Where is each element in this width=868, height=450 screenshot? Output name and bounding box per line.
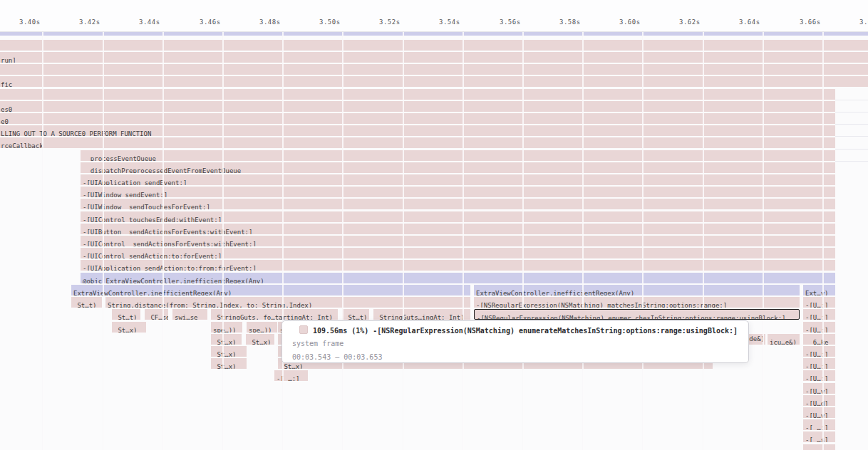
frame-label: -[U…d] bbox=[803, 399, 829, 406]
frame-bar[interactable]: es0 bbox=[0, 101, 835, 112]
time-label: 3.42s bbox=[79, 19, 100, 26]
frame-label: LLING_OUT_TO_A_SOURCE0_PERFORM_FUNCTION_… bbox=[0, 129, 159, 136]
frame-bar[interactable]: __processEventQueue bbox=[81, 150, 835, 161]
row-separator bbox=[835, 124, 868, 125]
frame-bar[interactable] bbox=[0, 89, 835, 100]
timeline-ruler[interactable]: 3.40s3.42s3.44s3.46s3.48s3.50s3.52s3.54s… bbox=[0, 0, 868, 32]
frame-label: -[UIButton _sendActionsForEvents:withEve… bbox=[81, 227, 252, 234]
time-label: 3.46s bbox=[200, 19, 221, 26]
frame-label: -[_…:] bbox=[803, 423, 829, 430]
frame-bar[interactable]: run] bbox=[0, 52, 868, 63]
frame-label: String.distance(from: String.Index, to: … bbox=[105, 300, 312, 308]
frame-bar-selected[interactable]: -[NSRegularExpression(NSMatching) enumer… bbox=[474, 309, 800, 320]
gridline bbox=[42, 32, 43, 450]
frame-label: -[UIControl touchesEnded:withEvent:] bbox=[81, 215, 222, 222]
frame-bar[interactable]: -[UIControl sendAction:to:forEvent:] bbox=[81, 248, 835, 258]
frame-bar[interactable]: swi…se bbox=[172, 309, 207, 320]
frame-bar[interactable]: -[U…:] bbox=[803, 322, 835, 333]
frame-bar[interactable]: -[U…:] bbox=[803, 346, 835, 357]
row-separator bbox=[835, 136, 868, 137]
frame-label: Ext…y) bbox=[803, 288, 829, 295]
frame-bar[interactable]: ExtraViewController.inefficientRegex(Any… bbox=[71, 285, 470, 295]
frame-bar[interactable]: -[U…d] bbox=[803, 395, 835, 406]
frame-bar[interactable]: icu…e&) bbox=[768, 334, 800, 345]
frame-bar[interactable]: -[UIWindow _sendTouchesForEvent:] bbox=[81, 199, 835, 209]
frame-bar[interactable]: _St…x) bbox=[211, 358, 247, 369]
category-color-swatch bbox=[299, 325, 308, 334]
frame-label: -[U…v] bbox=[803, 411, 829, 418]
frame-bar[interactable]: _CF…se bbox=[145, 309, 168, 320]
frame-bar[interactable]: _St…x) bbox=[211, 346, 247, 357]
frame-bar[interactable]: spe…)) bbox=[211, 322, 242, 333]
frame-bar[interactable]: _StringGuts._fo…tartingAt: Int) bbox=[211, 309, 338, 320]
frame-bar[interactable] bbox=[0, 32, 868, 36]
frame-bar[interactable]: String.distance(from: String.Index, to: … bbox=[105, 297, 470, 308]
frame-bar[interactable]: -[UIApplication sendAction:to:from:forEv… bbox=[81, 260, 835, 271]
gridline bbox=[822, 32, 824, 450]
frame-bar[interactable]: -[_…s] bbox=[803, 431, 835, 442]
tooltip-time-range: 00:03.543 — 00:03.653 bbox=[292, 350, 741, 364]
frame-label: __6…ke bbox=[803, 338, 829, 345]
frame-label: -[U…v] bbox=[803, 387, 829, 394]
frame-bar[interactable]: -[U…v] bbox=[803, 407, 835, 418]
frame-bar[interactable]: -[U…:] bbox=[803, 297, 835, 308]
frame-bar[interactable]: _StringGuts…ingAt: Int) bbox=[373, 309, 470, 320]
time-label: 3.40s bbox=[19, 19, 41, 26]
frame-label: -[NSRegularExpression(NSMatching) matche… bbox=[474, 300, 727, 308]
frame-label: -[UIWindow sendEvent:] bbox=[81, 190, 167, 197]
frame-label: rceCallback bbox=[0, 141, 43, 148]
time-label: 3.66s bbox=[800, 19, 821, 26]
gridline bbox=[522, 32, 524, 450]
frame-bar[interactable]: fic bbox=[0, 76, 868, 87]
frame-label: __processEventQueue bbox=[81, 154, 156, 161]
frame-label: _St…t) bbox=[71, 300, 97, 308]
time-label: 3.44s bbox=[139, 19, 160, 26]
frame-bar[interactable]: __dispatchPreprocessedEventFromEventQueu… bbox=[81, 162, 835, 173]
frame-bar[interactable]: -[U…:] bbox=[803, 358, 835, 369]
frame-bar[interactable]: -[U…:] bbox=[803, 370, 835, 381]
time-label: 3.54s bbox=[439, 19, 460, 26]
frame-label: __dispatchPreprocessedEventFromEventQueu… bbox=[81, 166, 241, 173]
frame-bar[interactable]: Ext…y) bbox=[803, 285, 835, 295]
frame-bar[interactable]: -[UIButton _sendActionsForEvents:withEve… bbox=[81, 224, 835, 234]
frame-bar[interactable]: e0 bbox=[0, 113, 835, 124]
frame-bar[interactable]: _St…t) bbox=[112, 309, 140, 320]
frame-bar[interactable]: -[UIWindow sendEvent:] bbox=[81, 187, 835, 197]
frame-bar[interactable]: _St…x) bbox=[112, 322, 146, 333]
frame-bar[interactable]: _St…x) bbox=[211, 334, 242, 345]
frame-bar[interactable]: -[U…:] bbox=[803, 309, 835, 320]
frame-label: ExtraViewController.inefficientRegex(Any… bbox=[474, 288, 634, 295]
tooltip-subtitle: system frame bbox=[292, 337, 741, 350]
frame-label: ExtraViewController.inefficientRegex(Any… bbox=[71, 288, 232, 295]
frame-bar[interactable] bbox=[0, 64, 868, 75]
frame-bar[interactable]: -[UIApplication sendEvent:] bbox=[81, 174, 835, 185]
time-label: 3.56s bbox=[500, 19, 521, 26]
frame-bar[interactable]: spe…)) bbox=[247, 322, 277, 333]
frame-bar[interactable]: -[_…:] bbox=[803, 419, 835, 430]
frame-bar[interactable] bbox=[0, 40, 868, 51]
frame-bar[interactable]: -[UIControl touchesEnded:withEvent:] bbox=[81, 211, 835, 222]
frame-bar[interactable]: -[U…v] bbox=[803, 383, 835, 394]
frame-label: -[_…:] bbox=[274, 374, 300, 381]
row-separator bbox=[835, 149, 868, 150]
tooltip-title-line: 109.56ms (1%) -[NSRegularExpression(NSMa… bbox=[292, 325, 741, 337]
frame-label: _St…t) bbox=[112, 313, 138, 320]
frame-bar[interactable]: _St…t) bbox=[342, 309, 369, 320]
frame-label: _St…t) bbox=[342, 313, 368, 320]
gridline bbox=[763, 32, 764, 450]
frame-bar[interactable]: rceCallback bbox=[0, 137, 835, 148]
frame-bar[interactable]: -[UIControl _sendActionsForEvents:withEv… bbox=[81, 236, 835, 246]
flame-chart: 3.40s3.42s3.44s3.46s3.48s3.50s3.52s3.54s… bbox=[0, 0, 868, 450]
row-separator bbox=[835, 100, 868, 100]
frame-bar[interactable]: @objc ExtraViewController.inefficientReg… bbox=[81, 273, 835, 283]
frame-bar[interactable]: -[_…v] bbox=[803, 444, 835, 450]
gridline bbox=[282, 32, 284, 450]
frame-bar[interactable]: LLING_OUT_TO_A_SOURCE0_PERFORM_FUNCTION_… bbox=[0, 125, 835, 136]
frame-bar[interactable]: -[_…:] bbox=[274, 370, 308, 381]
frame-bar[interactable]: _St…t) bbox=[71, 297, 102, 308]
time-label: 3.52s bbox=[379, 19, 401, 26]
gridline bbox=[703, 32, 704, 450]
frame-bar[interactable]: __6…ke bbox=[803, 334, 835, 345]
frame-bar[interactable]: _St…x) bbox=[246, 334, 274, 345]
frame-label: -[U…:] bbox=[803, 300, 829, 308]
